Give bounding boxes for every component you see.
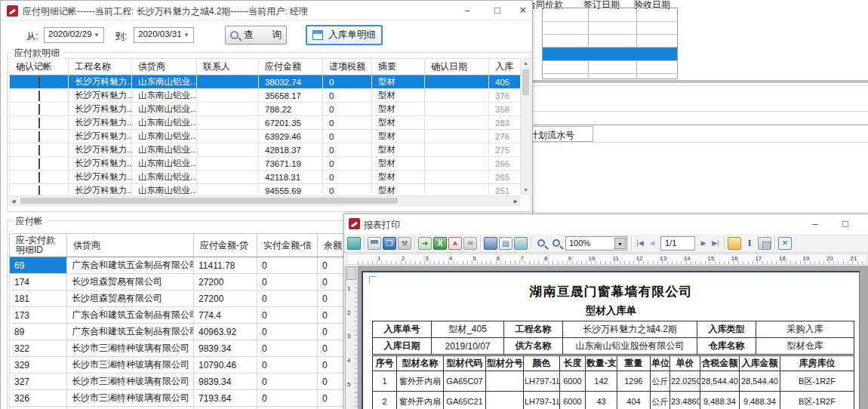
ledger-table-row[interactable]: 173 广东合和建筑五金制品有限公司 774.4 0 0 <box>10 307 378 324</box>
detail-column-header[interactable]: 应付金额 <box>259 59 323 75</box>
export-icon[interactable]: ➜ <box>418 237 432 250</box>
detail-column-header[interactable]: 入库 <box>489 59 521 75</box>
confirm-checkbox[interactable] <box>38 172 40 183</box>
detail-column-header[interactable]: 进项税额 <box>323 59 372 75</box>
detail-table-row[interactable]: 长沙万科魅力... 山东南山铝业... 788.22 0 型材 358 <box>10 103 521 116</box>
detail-table-row[interactable]: 长沙万科魅力... 山东南山铝业... 94555.69 0 型材 251 <box>10 184 521 195</box>
inbound-detail-button[interactable]: 入库单明细 <box>306 25 383 45</box>
cell-ledger-id[interactable]: 329 <box>10 357 67 374</box>
chevron-down-icon[interactable]: ▼ <box>91 29 102 41</box>
detail-column-header[interactable]: 工程名称 <box>69 59 132 75</box>
close-button[interactable]: ✕ <box>863 217 868 232</box>
copy-icon[interactable] <box>758 237 771 250</box>
hand-icon[interactable] <box>728 237 741 250</box>
excel-icon[interactable]: X <box>433 237 447 250</box>
ledger-table-row[interactable]: 长沙市三湘特种玻璃有限公司 <box>10 407 378 409</box>
cell-ledger-id[interactable]: 173 <box>10 307 67 324</box>
query-button[interactable]: 查 询 <box>225 26 287 45</box>
tools-icon[interactable]: ⚒ <box>398 237 411 250</box>
next-page-icon[interactable]: ▶ <box>697 239 709 247</box>
bg-selected-row[interactable] <box>543 48 677 60</box>
payable-titlebar[interactable]: 应付明细记帐------当前工程: 长沙万科魅力之城4.2期------当前用户… <box>1 1 532 20</box>
page-number-box[interactable]: 1/1 <box>660 236 695 251</box>
cell-ledger-id[interactable]: 322 <box>10 340 67 357</box>
prev-page-icon[interactable]: ◀ <box>646 239 658 247</box>
minimize-button[interactable]: – <box>457 3 478 18</box>
scroll-right-icon[interactable]: ▶ <box>514 198 518 204</box>
maximize-button[interactable]: ☐ <box>835 217 856 232</box>
confirm-checkbox[interactable] <box>38 145 40 155</box>
close-button[interactable]: ✕ <box>512 3 534 18</box>
first-page-icon[interactable]: |◀ <box>634 239 646 247</box>
book-icon[interactable]: ❐ <box>383 237 396 250</box>
confirm-checkbox[interactable] <box>38 158 40 169</box>
ledger-table-row[interactable]: 181 长沙坦森贸易有限公司 27200 0 0 <box>10 291 378 307</box>
detail-column-header[interactable]: 供货商 <box>132 59 197 75</box>
scroll-up-icon[interactable]: ▲ <box>521 60 531 66</box>
chevron-down-icon[interactable]: ▼ <box>181 29 192 41</box>
ledger-column-header[interactable]: 实付金额-借 <box>257 234 318 257</box>
confirm-checkbox[interactable] <box>38 118 40 128</box>
report-titlebar[interactable]: 报表打印 – ☐ ✕ <box>344 214 868 234</box>
close-preview-icon[interactable]: ✕ <box>778 237 792 250</box>
window-icon[interactable] <box>347 237 361 250</box>
confirm-checkbox[interactable] <box>38 104 40 115</box>
detail-table-row[interactable]: 长沙万科魅力... 山东南山铝业... 35658.17 0 型材 376 <box>10 89 521 103</box>
confirm-checkbox[interactable] <box>38 131 40 142</box>
ledger-table-row[interactable]: 69 广东合和建筑五金制品有限公司 11411.78 0 0 <box>10 257 378 274</box>
save-icon[interactable] <box>484 237 497 250</box>
document-icon[interactable]: ▤ <box>499 237 512 250</box>
confirm-checkbox[interactable] <box>38 91 40 101</box>
ledger-table-row[interactable]: 329 长沙市三湘特种玻璃有限公司 10790.46 0 0 <box>10 357 378 374</box>
detail-column-header[interactable]: 确认记帐 <box>10 59 69 75</box>
scroll-down-icon[interactable]: ▼ <box>521 187 531 192</box>
minimize-button[interactable]: – <box>805 217 826 232</box>
ledger-table-row[interactable]: 89 广东合和建筑五金制品有限公司 40963.92 0 0 <box>10 324 378 340</box>
scroll-left-icon[interactable]: ◀ <box>11 198 15 204</box>
zoom-out-icon[interactable] <box>549 237 563 250</box>
detail-table-row[interactable]: 长沙万科魅力... 山东南山铝业... 42818.37 0 型材 275 <box>10 143 521 157</box>
detail-table-row[interactable]: 长沙万科魅力... 山东南山铝业... 63929.46 0 型材 276 <box>10 130 521 143</box>
cell-ledger-id[interactable]: 69 <box>10 257 67 274</box>
detail-table-row[interactable]: 长沙万科魅力... 山东南山铝业... 38032.74 0 型材 405 <box>10 75 521 89</box>
ledger-table-row[interactable]: 326 长沙市三湘特种玻璃有限公司 7193.64 0 0 <box>10 390 378 407</box>
cell-ledger-id[interactable]: 181 <box>10 291 67 307</box>
text-select-icon[interactable]: I <box>743 237 756 250</box>
vruler-thumb[interactable] <box>346 266 356 280</box>
detail-column-header[interactable]: 联系人 <box>197 59 259 75</box>
from-date-combo[interactable]: 2020/02/29 ▼ <box>44 27 104 43</box>
ledger-column-header[interactable]: 应付金额-贷 <box>194 234 257 257</box>
detail-table-row[interactable]: 长沙万科魅力... 山东南山铝业... 42118.31 0 型材 265 <box>10 171 521 184</box>
confirm-checkbox[interactable] <box>38 186 40 195</box>
detail-vscrollbar[interactable]: ▲ ▼ <box>520 58 531 195</box>
report-preview-area[interactable]: 12345 湖南亘晟门窗幕墙有限公司 型材入库单 入库单号 型材_405 工程名… <box>345 266 868 409</box>
to-date-combo[interactable]: 2020/03/31 ▼ <box>134 27 194 43</box>
mail-icon[interactable]: ✉ <box>463 237 477 250</box>
zoom-level-combo[interactable]: 100% ▼ <box>565 236 627 251</box>
ledger-table-row[interactable]: 322 长沙市三湘特种玻璃有限公司 9839.34 0 0 <box>10 340 378 357</box>
cell-ledger-id[interactable] <box>10 407 67 409</box>
cell-ledger-id[interactable]: 326 <box>10 390 67 407</box>
ledger-column-header[interactable]: 应-实付款明细ID <box>10 234 67 257</box>
table-icon[interactable] <box>514 237 528 250</box>
detail-table-row[interactable]: 长沙万科魅力... 山东南山铝业... 73671.19 0 型材 266 <box>10 157 521 171</box>
hscroll-thumb[interactable] <box>20 198 398 204</box>
detail-table-row[interactable]: 长沙万科魅力... 山东南山铝业... 67201.35 0 型材 283 <box>10 116 521 130</box>
zoom-in-icon[interactable] <box>534 237 548 250</box>
cell-ledger-id[interactable]: 174 <box>10 274 67 291</box>
ledger-table-row[interactable]: 174 长沙坦森贸易有限公司 27200 0 0 <box>10 274 378 291</box>
ledger-table-row[interactable]: 327 长沙市三湘特种玻璃有限公司 9839.34 0 0 <box>10 374 378 390</box>
ledger-column-header[interactable]: 供货商 <box>67 234 194 257</box>
confirm-checkbox[interactable] <box>38 77 40 88</box>
cell-ledger-id[interactable]: 89 <box>10 324 67 340</box>
detail-hscrollbar[interactable]: ◀ ▶ <box>9 195 520 206</box>
detail-column-header[interactable]: 摘要 <box>372 59 425 75</box>
vscroll-thumb[interactable] <box>522 69 529 95</box>
chevron-down-icon[interactable]: ▼ <box>614 238 626 249</box>
maximize-button[interactable]: ☐ <box>487 3 508 18</box>
cell-ledger-id[interactable]: 327 <box>10 374 67 390</box>
last-page-icon[interactable]: ▶| <box>709 239 722 247</box>
pdf-icon[interactable]: A <box>448 237 462 250</box>
detail-column-header[interactable]: 确认日期 <box>425 59 489 75</box>
printer-icon[interactable] <box>368 237 381 250</box>
